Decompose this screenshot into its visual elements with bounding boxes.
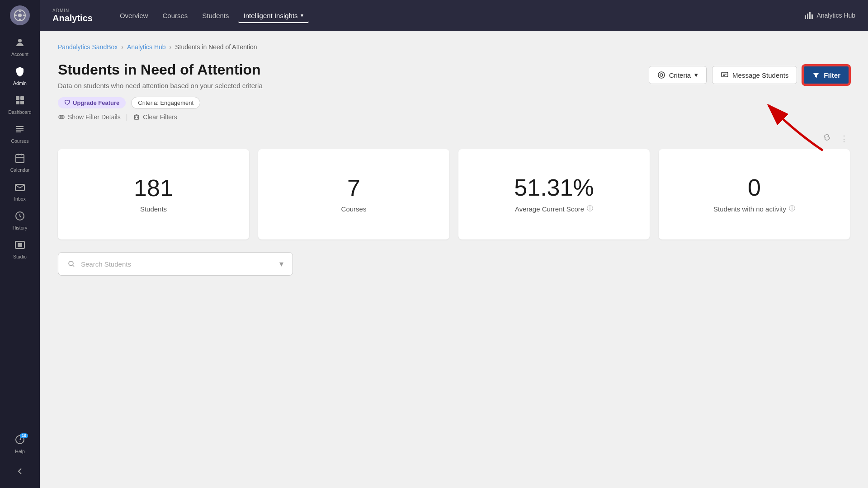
sidebar: Account Admin Dashboard Courses Calendar… — [0, 0, 40, 488]
svg-rect-17 — [805, 15, 806, 19]
sidebar-item-help[interactable]: 10 Help — [0, 430, 40, 459]
nav-overview[interactable]: Overview — [114, 8, 154, 23]
message-icon — [721, 71, 729, 79]
sidebar-item-calendar[interactable]: Calendar — [0, 148, 40, 177]
svg-point-21 — [658, 72, 665, 78]
criteria-tag[interactable]: Criteria: Engagement — [131, 97, 200, 109]
stat-label-courses: Courses — [341, 205, 367, 213]
breadcrumb-pandalytics[interactable]: Pandalytics SandBox — [58, 43, 118, 51]
page-title: Students in Need of Attention — [58, 61, 263, 78]
refresh-button[interactable] — [821, 131, 833, 145]
sidebar-item-label-courses: Courses — [11, 138, 28, 144]
stat-card-courses: 7 Courses — [258, 149, 449, 239]
svg-rect-15 — [18, 243, 22, 247]
search-bar[interactable]: Search Students ▾ — [58, 252, 293, 276]
account-icon — [14, 37, 25, 50]
criteria-button[interactable]: Criteria ▾ — [649, 66, 707, 84]
sidebar-item-studio[interactable]: Studio — [0, 235, 40, 264]
svg-point-3 — [19, 19, 21, 20]
admin-icon — [14, 66, 25, 79]
upgrade-icon: 🛡 — [64, 99, 70, 106]
sidebar-item-admin[interactable]: Admin — [0, 61, 40, 90]
trash-icon — [133, 113, 140, 121]
svg-rect-7 — [16, 96, 19, 100]
nav-students[interactable]: Students — [197, 8, 234, 23]
filter-button-label: Filter — [824, 71, 840, 79]
sidebar-item-label-account: Account — [11, 52, 28, 57]
search-icon — [67, 260, 75, 268]
svg-rect-23 — [722, 72, 728, 77]
stat-label-avg-score: Average Current Score ⓘ — [515, 205, 593, 213]
breadcrumb-sep-2: › — [170, 43, 172, 51]
help-badge: 10 — [20, 433, 28, 438]
page-actions: Criteria ▾ Message Students Filter — [649, 65, 850, 85]
more-options-button[interactable]: ⋮ — [838, 132, 850, 145]
breadcrumb-analytics-hub[interactable]: Analytics Hub — [127, 43, 166, 51]
sidebar-item-label-inbox: Inbox — [14, 196, 26, 202]
no-activity-info-icon[interactable]: ⓘ — [789, 205, 795, 213]
analytics-hub-icon — [804, 11, 813, 20]
filter-actions: Show Filter Details | Clear Filters — [58, 113, 850, 121]
criteria-button-label: Criteria — [669, 71, 691, 79]
stat-value-students: 181 — [134, 176, 173, 200]
stat-value-courses: 7 — [347, 176, 360, 200]
stat-card-no-activity: 0 Students with no activity ⓘ — [659, 149, 850, 239]
page-title-section: Students in Need of Attention Data on st… — [58, 61, 263, 89]
brand-admin-label: ADMIN — [52, 8, 93, 13]
avg-score-info-icon[interactable]: ⓘ — [587, 205, 593, 213]
stat-label-students: Students — [140, 205, 167, 213]
sidebar-item-dashboard[interactable]: Dashboard — [0, 90, 40, 119]
svg-rect-10 — [20, 101, 24, 104]
show-filter-details-label: Show Filter Details — [68, 113, 121, 121]
card-toolbar: ⋮ — [58, 131, 850, 145]
dashboard-icon — [14, 95, 25, 108]
svg-rect-11 — [16, 155, 24, 163]
sidebar-collapse-button[interactable] — [15, 462, 24, 483]
upgrade-badge[interactable]: 🛡 Upgrade Feature — [58, 97, 126, 108]
svg-point-4 — [15, 14, 17, 16]
studio-icon — [14, 239, 25, 252]
message-students-label: Message Students — [732, 71, 788, 79]
analytics-hub-label: Analytics Hub — [816, 12, 855, 19]
upgrade-label: Upgrade Feature — [73, 99, 119, 106]
courses-icon — [14, 124, 25, 136]
calendar-icon — [14, 153, 25, 165]
analytics-hub-button[interactable]: Analytics Hub — [804, 11, 855, 20]
clear-filters-link[interactable]: Clear Filters — [133, 113, 177, 121]
page-subtitle: Data on students who need attention base… — [58, 82, 263, 89]
svg-point-6 — [18, 39, 22, 42]
svg-point-1 — [18, 14, 22, 17]
show-filter-details-link[interactable]: Show Filter Details — [58, 113, 121, 121]
sidebar-item-label-studio: Studio — [13, 254, 27, 259]
sidebar-item-label-dashboard: Dashboard — [8, 109, 31, 115]
svg-rect-20 — [811, 14, 813, 19]
stat-label-no-activity: Students with no activity ⓘ — [713, 205, 795, 213]
svg-point-26 — [69, 261, 73, 266]
sidebar-logo[interactable] — [10, 5, 30, 25]
filter-button[interactable]: Filter — [802, 65, 850, 85]
top-nav-links: Overview Courses Students Intelligent In… — [114, 8, 789, 23]
sidebar-item-inbox[interactable]: Inbox — [0, 177, 40, 206]
stats-grid: 181 Students 7 Courses 51.31% Average Cu… — [58, 149, 850, 239]
help-icon: 10 — [14, 434, 25, 447]
main-area: ADMIN Analytics Overview Courses Student… — [40, 0, 868, 488]
nav-intelligent-insights-chevron: ▾ — [301, 12, 303, 19]
nav-courses[interactable]: Courses — [157, 8, 193, 23]
search-chevron: ▾ — [279, 259, 283, 269]
breadcrumb: Pandalytics SandBox › Analytics Hub › St… — [58, 43, 850, 51]
stat-value-avg-score: 51.31% — [514, 176, 594, 199]
sidebar-item-label-admin: Admin — [13, 80, 27, 86]
sidebar-item-courses[interactable]: Courses — [0, 119, 40, 148]
eye-icon — [58, 113, 65, 121]
top-nav-right: Analytics Hub — [804, 11, 855, 20]
svg-point-5 — [23, 14, 25, 16]
sidebar-item-history[interactable]: History — [0, 206, 40, 235]
message-students-button[interactable]: Message Students — [712, 66, 797, 84]
sidebar-item-account[interactable]: Account — [0, 33, 40, 61]
criteria-chevron: ▾ — [694, 71, 698, 79]
svg-rect-18 — [807, 14, 808, 19]
nav-intelligent-insights[interactable]: Intelligent Insights ▾ — [238, 8, 309, 23]
filter-separator: | — [126, 113, 128, 121]
stat-card-avg-score: 51.31% Average Current Score ⓘ — [458, 149, 650, 239]
search-placeholder: Search Students — [81, 260, 131, 268]
